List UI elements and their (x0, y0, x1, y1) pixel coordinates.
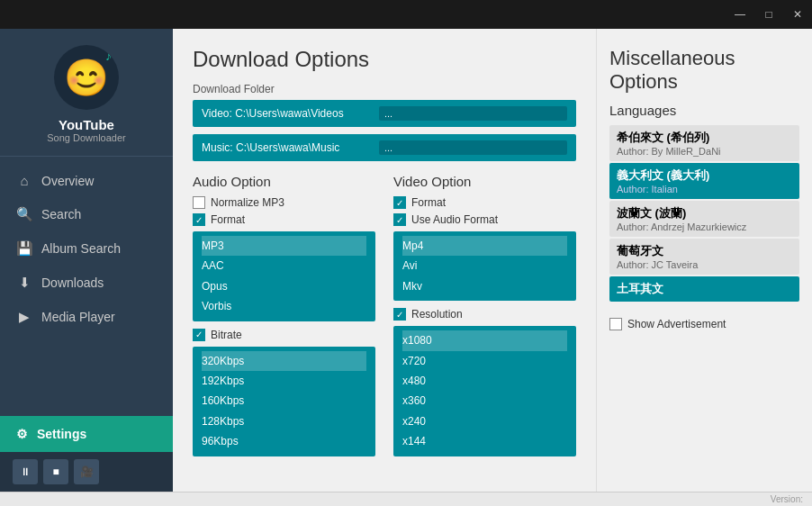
video-path-browse[interactable]: ... (379, 106, 567, 121)
bitrate-row: ✓ Bitrate (193, 329, 375, 341)
media-controls: ⏸ ■ 🎥 (0, 452, 173, 492)
show-ad-label: Show Advertisement (627, 318, 726, 330)
lang-hebrew[interactable]: 希伯來文 (希伯列) Author: By MilleR_DaNi (609, 125, 799, 161)
format-opus[interactable]: Opus (202, 276, 366, 296)
audio-format-label: Format (211, 213, 245, 226)
languages-label: Languages (609, 103, 799, 118)
lang-italian-name: 義大利文 (義大利) (617, 167, 792, 184)
app-logo: 😊 ♪ (54, 45, 119, 110)
settings-button[interactable]: ⚙ Settings (0, 416, 173, 452)
app-subtitle: Song Downloader (47, 132, 125, 143)
res-720[interactable]: x720 (402, 351, 567, 371)
sidebar-item-search[interactable]: 🔍 Search (0, 197, 173, 231)
show-ad-row: Show Advertisement (609, 318, 799, 330)
sidebar-item-media-player[interactable]: ▶ Media Player (0, 300, 173, 334)
format-vorbis[interactable]: Vorbis (202, 296, 366, 316)
video-option-title: Video Option (393, 174, 576, 189)
content-area: Download Options Download Folder Video: … (173, 29, 812, 492)
audio-options: Audio Option Normalize MP3 ✓ Format MP3 … (193, 174, 375, 462)
sidebar-nav: ⌂ Overview 🔍 Search 💾 Album Search ⬇ Dow… (0, 157, 173, 416)
bitrate-192[interactable]: 192Kbps (202, 371, 366, 391)
lang-polish-author: Author: Andrzej Mazurkiewicz (617, 221, 792, 232)
normalize-mp3-label: Normalize MP3 (211, 196, 284, 209)
play-icon: ▶ (16, 309, 32, 325)
pause-button[interactable]: ⏸ (13, 459, 38, 484)
language-list: 希伯來文 (希伯列) Author: By MilleR_DaNi 義大利文 (… (609, 125, 799, 303)
bitrate-96[interactable]: 96Kbps (202, 431, 366, 451)
music-path-text: Music: C:\Users\wawa\Music (202, 141, 379, 154)
lang-italian-author: Author: Italian (617, 184, 792, 194)
download-options-title: Download Options (193, 47, 576, 72)
lang-turkish[interactable]: 土耳其文 (609, 276, 799, 302)
bitrate-checkbox[interactable]: ✓ (193, 329, 205, 341)
minimize-button[interactable]: — (726, 0, 754, 29)
logo-emoji: 😊 (64, 59, 109, 95)
res-240[interactable]: x240 (402, 411, 567, 431)
lang-portuguese-author: Author: JC Taveira (617, 259, 792, 270)
res-144[interactable]: x144 (402, 431, 567, 451)
bitrate-label-text: Bitrate (211, 329, 242, 341)
lang-portuguese[interactable]: 葡萄牙文 Author: JC Taveira (609, 239, 799, 275)
bitrate-list[interactable]: 320Kbps 192Kbps 160Kbps 128Kbps 96Kbps (193, 347, 375, 456)
sidebar-item-downloads[interactable]: ⬇ Downloads (0, 266, 173, 300)
res-1080[interactable]: x1080 (402, 330, 567, 350)
bitrate-160[interactable]: 160Kbps (202, 391, 366, 411)
lang-portuguese-name: 葡萄牙文 (617, 243, 792, 259)
format-mp3[interactable]: MP3 (202, 236, 366, 256)
use-audio-format-checkbox[interactable]: ✓ (393, 213, 406, 226)
show-ad-checkbox[interactable] (609, 318, 622, 330)
home-icon: ⌂ (16, 173, 32, 188)
lang-hebrew-name: 希伯來文 (希伯列) (617, 130, 792, 146)
resolution-list[interactable]: x1080 x720 x480 x360 x240 x144 (393, 326, 576, 456)
video-button[interactable]: 🎥 (74, 459, 99, 484)
sidebar-label-downloads: Downloads (41, 276, 104, 290)
video-path-text: Video: C:\Users\wawa\Videos (202, 107, 379, 120)
bitrate-128[interactable]: 128Kbps (202, 411, 366, 431)
audio-format-row: ✓ Format (193, 213, 375, 226)
normalize-mp3-checkbox[interactable] (193, 196, 205, 209)
app-name: YouTube (59, 117, 114, 132)
use-audio-format-label: Use Audio Format (411, 213, 498, 226)
resolution-checkbox[interactable]: ✓ (393, 308, 406, 321)
lang-italian[interactable]: 義大利文 (義大利) Author: Italian (609, 163, 799, 199)
format-mp4[interactable]: Mp4 (402, 236, 567, 256)
options-row: Audio Option Normalize MP3 ✓ Format MP3 … (193, 174, 576, 462)
video-path-row: Video: C:\Users\wawa\Videos ... (193, 100, 576, 127)
format-avi[interactable]: Avi (402, 256, 567, 276)
res-480[interactable]: x480 (402, 371, 567, 391)
music-note-icon: ♪ (105, 49, 112, 63)
stop-button[interactable]: ■ (43, 459, 68, 484)
folder-label: Download Folder (193, 83, 576, 95)
music-path-row: Music: C:\Users\wawa\Music ... (193, 134, 576, 161)
audio-option-title: Audio Option (193, 174, 375, 189)
format-mkv[interactable]: Mkv (402, 276, 567, 296)
misc-title: Miscellaneous Options (609, 47, 799, 94)
video-format-label: Format (411, 196, 446, 209)
version-bar: Version: (0, 492, 812, 506)
close-button[interactable]: ✕ (783, 0, 812, 29)
lang-polish[interactable]: 波蘭文 (波蘭) Author: Andrzej Mazurkiewicz (609, 201, 799, 237)
format-aac[interactable]: AAC (202, 256, 366, 276)
video-format-checkbox[interactable]: ✓ (393, 196, 406, 209)
music-path-browse[interactable]: ... (379, 140, 567, 155)
lang-hebrew-author: Author: By MilleR_DaNi (617, 146, 792, 157)
app-body: 😊 ♪ YouTube Song Downloader ⌂ Overview 🔍… (0, 29, 812, 492)
audio-format-checkbox[interactable]: ✓ (193, 213, 205, 226)
sidebar-label-overview: Overview (41, 174, 94, 188)
maximize-button[interactable]: □ (754, 0, 783, 29)
sidebar-label-media-player: Media Player (41, 310, 115, 324)
use-audio-format-row: ✓ Use Audio Format (393, 213, 576, 226)
download-options-panel: Download Options Download Folder Video: … (173, 29, 596, 492)
download-icon: ⬇ (16, 275, 32, 291)
audio-format-list[interactable]: MP3 AAC Opus Vorbis (193, 231, 375, 321)
sidebar-label-album-search: Album Search (41, 241, 121, 256)
resolution-row: ✓ Resolution (393, 308, 576, 321)
sidebar-item-overview[interactable]: ⌂ Overview (0, 164, 173, 197)
res-360[interactable]: x360 (402, 391, 567, 411)
sidebar-logo: 😊 ♪ YouTube Song Downloader (0, 29, 173, 157)
video-format-list[interactable]: Mp4 Avi Mkv (393, 231, 576, 301)
sidebar: 😊 ♪ YouTube Song Downloader ⌂ Overview 🔍… (0, 29, 173, 492)
sidebar-item-album-search[interactable]: 💾 Album Search (0, 231, 173, 266)
lang-turkish-name: 土耳其文 (617, 281, 792, 297)
bitrate-320[interactable]: 320Kbps (202, 351, 366, 371)
